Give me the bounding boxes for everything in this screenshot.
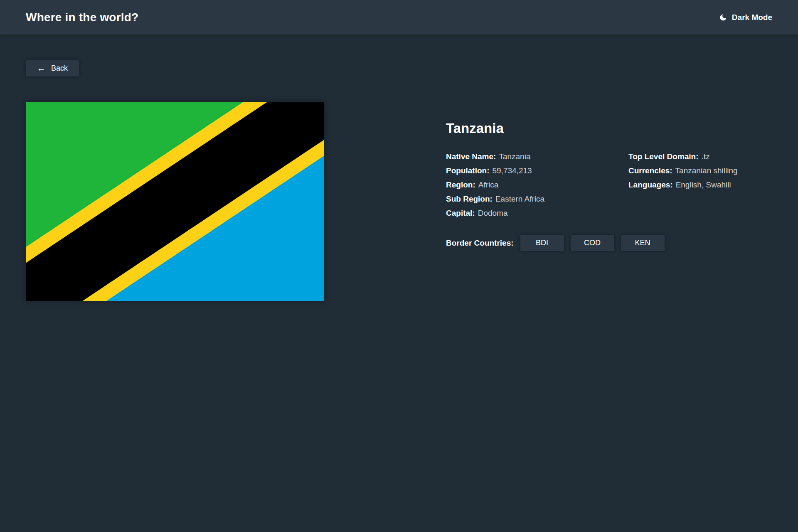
detail-row-currencies: Currencies:Tanzanian shilling (628, 164, 772, 178)
detail-value: Eastern Africa (495, 195, 544, 203)
detail-row-sub-region: Sub Region:Eastern Africa (446, 192, 628, 206)
detail-label: Sub Region: (446, 195, 493, 203)
page: Where in the world? Dark Mode ← Back (0, 0, 798, 532)
detail-label: Region: (446, 180, 475, 189)
details-column-right: Top Level Domain:.tz Currencies:Tanzania… (628, 150, 772, 192)
detail-value: 59,734,213 (492, 166, 532, 175)
app-title: Where in the world? (26, 11, 138, 24)
border-countries-label: Border Countries: (446, 239, 514, 248)
detail-value: Dodoma (478, 209, 508, 217)
detail-row-native-name: Native Name:Tanzania (446, 150, 628, 164)
border-country-button-cod[interactable]: COD (571, 235, 614, 251)
tanzania-flag-image (26, 102, 324, 301)
country-detail-section: Tanzania Native Name:Tanzania Population… (26, 102, 772, 301)
left-arrow-icon: ← (37, 64, 46, 72)
detail-value: .tz (702, 152, 710, 161)
detail-value: Tanzanian shilling (675, 166, 738, 175)
detail-row-top-level-domain: Top Level Domain:.tz (628, 150, 772, 164)
border-countries: Border Countries: BDI COD KEN (446, 235, 772, 251)
details-column-left: Native Name:Tanzania Population:59,734,2… (446, 150, 628, 220)
back-button[interactable]: ← Back (26, 60, 79, 76)
detail-label: Top Level Domain: (628, 152, 699, 161)
country-name: Tanzania (446, 121, 772, 135)
dark-mode-label: Dark Mode (732, 13, 772, 22)
detail-label: Languages: (628, 180, 673, 189)
detail-label: Currencies: (628, 166, 672, 175)
back-label: Back (51, 64, 68, 73)
detail-value: English, Swahili (676, 180, 731, 189)
border-country-button-ken[interactable]: KEN (621, 235, 665, 251)
detail-label: Population: (446, 166, 489, 175)
detail-row-region: Region:Africa (446, 178, 628, 192)
border-country-button-bdi[interactable]: BDI (520, 235, 564, 251)
detail-label: Native Name: (446, 152, 496, 161)
app-header: Where in the world? Dark Mode (0, 0, 798, 34)
details-columns: Native Name:Tanzania Population:59,734,2… (446, 150, 772, 220)
moon-icon (719, 13, 727, 22)
detail-value: Tanzania (499, 152, 530, 161)
detail-value: Africa (478, 180, 499, 189)
detail-row-languages: Languages:English, Swahili (628, 178, 772, 192)
detail-row-capital: Capital:Dodoma (446, 206, 628, 220)
country-details: Tanzania Native Name:Tanzania Population… (446, 102, 772, 251)
country-flag (26, 102, 324, 301)
detail-label: Capital: (446, 209, 475, 217)
detail-row-population: Population:59,734,213 (446, 164, 628, 178)
main-content: ← Back Tanzania Native Name:Tanzania (0, 34, 798, 301)
dark-mode-toggle[interactable]: Dark Mode (719, 13, 772, 22)
